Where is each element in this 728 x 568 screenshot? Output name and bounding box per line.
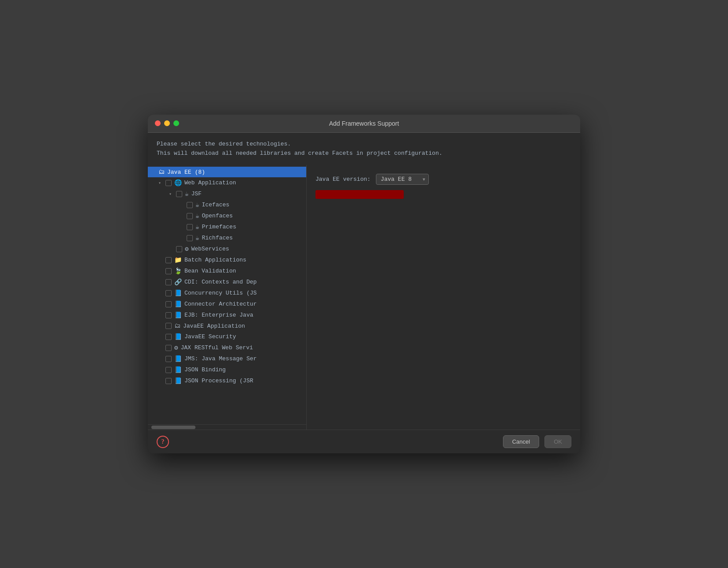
tree-item-java-ee[interactable]: 🗂 Java EE (8) xyxy=(148,167,306,177)
tree-item-ejb[interactable]: 📘 EJB: Enterprise Java xyxy=(148,310,306,321)
footer-buttons: Cancel OK xyxy=(503,435,571,448)
tree-item-json-binding[interactable]: 📘 JSON Binding xyxy=(148,364,306,375)
jms-label: JMS: Java Message Ser xyxy=(184,355,257,362)
checkbox-javaee-security[interactable] xyxy=(165,334,172,340)
json-processing-icon: 📘 xyxy=(174,377,182,385)
tree-item-cdi[interactable]: 🔗 CDI: Contexts and Dep xyxy=(148,277,306,288)
webservices-icon: ⚙ xyxy=(185,245,188,253)
json-processing-label: JSON Processing (JSR xyxy=(184,377,253,384)
jax-rest-icon: ⚙ xyxy=(174,344,178,351)
ok-button[interactable]: OK xyxy=(544,435,571,448)
checkbox-richfaces[interactable] xyxy=(187,235,193,241)
checkbox-openfaces[interactable] xyxy=(187,213,193,219)
tree-item-jms[interactable]: 📘 JMS: Java Message Ser xyxy=(148,353,306,364)
arrow-icon: ▾ xyxy=(169,191,176,197)
jsf-label: JSF xyxy=(191,191,201,197)
left-panel: 🗂 Java EE (8) ▾ 🌐 Web Application ▾ xyxy=(148,165,307,430)
checkbox-webservices[interactable] xyxy=(176,246,182,252)
checkbox-jsf[interactable] xyxy=(176,191,182,197)
checkbox-ejb[interactable] xyxy=(165,312,172,318)
right-panel: Java EE version: Java EE 8 Java EE 7 Jav… xyxy=(307,165,580,430)
connector-label: Connector Architectur xyxy=(184,301,257,307)
dialog-body: Please select the desired technologies. … xyxy=(148,133,580,430)
tree-item-jax-rest[interactable]: ⚙ JAX RESTful Web Servi xyxy=(148,342,306,353)
description-line2: This will download all needed libraries … xyxy=(157,149,571,158)
description-line1: Please select the desired technologies. xyxy=(157,140,571,149)
title-bar: Add Frameworks Support xyxy=(148,115,580,133)
tree-item-batch-applications[interactable]: 📁 Batch Applications xyxy=(148,254,306,265)
jsf-icon: ☕ xyxy=(185,190,188,198)
tree-item-javaee-app[interactable]: 🗂 JavaEE Application xyxy=(148,321,306,331)
tree-item-jsf[interactable]: ▾ ☕ JSF xyxy=(148,188,306,199)
tree-container[interactable]: 🗂 Java EE (8) ▾ 🌐 Web Application ▾ xyxy=(148,165,306,424)
icefaces-label: Icefaces xyxy=(202,202,229,208)
webservices-label: WebServices xyxy=(191,246,229,252)
ejb-icon: 📘 xyxy=(174,311,182,319)
minimize-button[interactable] xyxy=(164,120,170,126)
close-button[interactable] xyxy=(155,120,161,126)
java-ee-label: Java EE (8) xyxy=(167,169,205,176)
json-binding-label: JSON Binding xyxy=(184,366,226,373)
tree-item-bean-validation[interactable]: 🍃 Bean Validation xyxy=(148,265,306,277)
traffic-lights xyxy=(155,120,179,126)
javaee-app-icon: 🗂 xyxy=(174,322,180,329)
tree-item-connector[interactable]: 📘 Connector Architectur xyxy=(148,299,306,310)
checkbox-batch-applications[interactable] xyxy=(165,257,172,263)
jax-rest-label: JAX RESTful Web Servi xyxy=(180,344,253,351)
web-application-label: Web Application xyxy=(184,179,236,186)
version-label: Java EE version: xyxy=(315,176,371,183)
red-bar xyxy=(315,190,404,199)
openfaces-icon: ☕ xyxy=(195,212,199,220)
concurrency-icon: 📘 xyxy=(174,289,182,297)
checkbox-web-application[interactable] xyxy=(165,180,172,186)
cdi-label: CDI: Contexts and Dep xyxy=(184,279,257,285)
batch-applications-icon: 📁 xyxy=(174,256,182,264)
checkbox-javaee-app[interactable] xyxy=(165,323,172,329)
horizontal-scrollbar[interactable] xyxy=(148,424,306,430)
tree-item-openfaces[interactable]: ☕ Openfaces xyxy=(148,210,306,221)
tree-item-web-application[interactable]: ▾ 🌐 Web Application xyxy=(148,177,306,188)
checkbox-jax-rest[interactable] xyxy=(165,345,172,351)
checkbox-connector[interactable] xyxy=(165,301,172,307)
bean-validation-label: Bean Validation xyxy=(184,268,236,274)
tree-item-icefaces[interactable]: ☕ Icefaces xyxy=(148,199,306,210)
checkbox-concurrency[interactable] xyxy=(165,290,172,296)
version-select[interactable]: Java EE 8 Java EE 7 Java EE 6 xyxy=(376,174,429,185)
tree-item-primefaces[interactable]: ☕ Primefaces xyxy=(148,221,306,232)
richfaces-label: Richfaces xyxy=(202,235,233,241)
checkbox-json-processing[interactable] xyxy=(165,378,172,384)
scrollbar-thumb[interactable] xyxy=(151,426,195,429)
javaee-app-label: JavaEE Application xyxy=(183,323,245,329)
java-ee-icon: 🗂 xyxy=(158,168,165,176)
tree-item-richfaces[interactable]: ☕ Richfaces xyxy=(148,232,306,243)
json-binding-icon: 📘 xyxy=(174,366,182,374)
checkbox-bean-validation[interactable] xyxy=(165,268,172,274)
concurrency-label: Concurrency Utils (JS xyxy=(184,290,257,296)
maximize-button[interactable] xyxy=(173,120,179,126)
version-select-wrapper[interactable]: Java EE 8 Java EE 7 Java EE 6 xyxy=(376,174,429,185)
add-frameworks-dialog: Add Frameworks Support Please select the… xyxy=(148,115,580,454)
arrow-icon: ▾ xyxy=(158,180,165,186)
icefaces-icon: ☕ xyxy=(195,201,199,209)
tree-item-json-processing[interactable]: 📘 JSON Processing (JSR xyxy=(148,375,306,386)
checkbox-jms[interactable] xyxy=(165,356,172,362)
checkbox-json-binding[interactable] xyxy=(165,367,172,373)
checkbox-primefaces[interactable] xyxy=(187,224,193,230)
openfaces-label: Openfaces xyxy=(202,213,233,219)
dialog-title: Add Frameworks Support xyxy=(329,120,399,127)
web-application-icon: 🌐 xyxy=(174,179,182,187)
tree-item-webservices[interactable]: ⚙ WebServices xyxy=(148,243,306,254)
cancel-button[interactable]: Cancel xyxy=(503,435,539,448)
cdi-icon: 🔗 xyxy=(174,278,182,286)
main-content: 🗂 Java EE (8) ▾ 🌐 Web Application ▾ xyxy=(148,165,580,430)
tree-item-javaee-security[interactable]: 📘 JavaEE Security xyxy=(148,331,306,342)
description: Please select the desired technologies. … xyxy=(148,133,580,165)
version-row: Java EE version: Java EE 8 Java EE 7 Jav… xyxy=(315,174,571,185)
help-button[interactable]: ? xyxy=(157,436,169,448)
batch-applications-label: Batch Applications xyxy=(184,257,246,263)
tree-item-concurrency[interactable]: 📘 Concurrency Utils (JS xyxy=(148,288,306,299)
javaee-security-label: JavaEE Security xyxy=(184,333,236,340)
checkbox-cdi[interactable] xyxy=(165,279,172,285)
checkbox-icefaces[interactable] xyxy=(187,202,193,208)
ejb-label: EJB: Enterprise Java xyxy=(184,312,253,318)
